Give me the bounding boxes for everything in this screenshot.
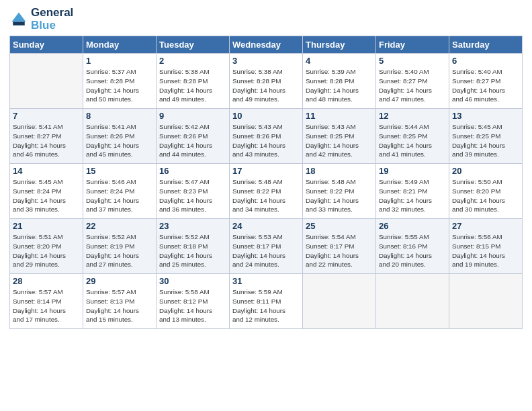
calendar-day: 6Sunrise: 5:40 AM Sunset: 8:27 PM Daylig… <box>449 54 523 109</box>
day-info: Sunrise: 5:53 AM Sunset: 8:17 PM Dayligh… <box>232 232 300 269</box>
day-number: 29 <box>86 276 153 286</box>
day-info: Sunrise: 5:46 AM Sunset: 8:24 PM Dayligh… <box>86 177 153 214</box>
day-number: 7 <box>13 111 80 121</box>
day-number: 8 <box>86 111 153 121</box>
calendar-day: 8Sunrise: 5:41 AM Sunset: 8:26 PM Daylig… <box>83 109 157 164</box>
calendar-header-saturday: Saturday <box>449 36 523 54</box>
day-number: 26 <box>379 221 446 231</box>
day-number: 12 <box>379 111 446 121</box>
day-number: 25 <box>306 221 373 231</box>
calendar-day: 20Sunrise: 5:50 AM Sunset: 8:20 PM Dayli… <box>449 164 523 219</box>
day-info: Sunrise: 5:38 AM Sunset: 8:28 PM Dayligh… <box>159 67 226 104</box>
calendar-day: 11Sunrise: 5:43 AM Sunset: 8:25 PM Dayli… <box>303 109 376 164</box>
day-info: Sunrise: 5:42 AM Sunset: 8:26 PM Dayligh… <box>159 122 226 159</box>
logo: General Blue <box>9 7 73 32</box>
day-info: Sunrise: 5:47 AM Sunset: 8:23 PM Dayligh… <box>159 177 226 214</box>
calendar-day <box>303 274 376 329</box>
calendar-day: 21Sunrise: 5:51 AM Sunset: 8:20 PM Dayli… <box>10 219 83 274</box>
calendar-day: 25Sunrise: 5:54 AM Sunset: 8:17 PM Dayli… <box>303 219 376 274</box>
day-number: 1 <box>86 56 153 66</box>
day-info: Sunrise: 5:38 AM Sunset: 8:28 PM Dayligh… <box>232 67 300 104</box>
calendar-day: 1Sunrise: 5:37 AM Sunset: 8:28 PM Daylig… <box>83 54 157 109</box>
calendar-header-monday: Monday <box>83 36 157 54</box>
day-number: 5 <box>379 56 446 66</box>
day-number: 19 <box>379 166 446 176</box>
day-info: Sunrise: 5:37 AM Sunset: 8:28 PM Dayligh… <box>86 67 153 104</box>
day-info: Sunrise: 5:41 AM Sunset: 8:27 PM Dayligh… <box>13 122 80 159</box>
day-info: Sunrise: 5:49 AM Sunset: 8:21 PM Dayligh… <box>379 177 446 214</box>
day-info: Sunrise: 5:57 AM Sunset: 8:13 PM Dayligh… <box>86 287 153 324</box>
day-number: 10 <box>232 111 300 121</box>
calendar-header-thursday: Thursday <box>303 36 376 54</box>
day-number: 28 <box>13 276 80 286</box>
day-info: Sunrise: 5:45 AM Sunset: 8:24 PM Dayligh… <box>13 177 80 214</box>
day-number: 2 <box>159 56 226 66</box>
calendar: SundayMondayTuesdayWednesdayThursdayFrid… <box>9 36 523 329</box>
day-number: 20 <box>452 166 519 176</box>
calendar-day: 10Sunrise: 5:43 AM Sunset: 8:26 PM Dayli… <box>230 109 303 164</box>
day-info: Sunrise: 5:45 AM Sunset: 8:25 PM Dayligh… <box>452 122 519 159</box>
day-info: Sunrise: 5:44 AM Sunset: 8:25 PM Dayligh… <box>379 122 446 159</box>
calendar-day: 4Sunrise: 5:39 AM Sunset: 8:28 PM Daylig… <box>303 54 376 109</box>
day-number: 15 <box>86 166 153 176</box>
day-info: Sunrise: 5:57 AM Sunset: 8:14 PM Dayligh… <box>13 287 80 324</box>
calendar-day: 27Sunrise: 5:56 AM Sunset: 8:15 PM Dayli… <box>449 219 523 274</box>
calendar-day: 15Sunrise: 5:46 AM Sunset: 8:24 PM Dayli… <box>83 164 157 219</box>
day-number: 27 <box>452 221 519 231</box>
calendar-day: 22Sunrise: 5:52 AM Sunset: 8:19 PM Dayli… <box>83 219 157 274</box>
logo-text: General Blue <box>31 7 73 32</box>
calendar-week-1: 1Sunrise: 5:37 AM Sunset: 8:28 PM Daylig… <box>10 54 523 109</box>
calendar-day: 30Sunrise: 5:58 AM Sunset: 8:12 PM Dayli… <box>157 274 230 329</box>
calendar-header-friday: Friday <box>376 36 449 54</box>
calendar-day: 17Sunrise: 5:48 AM Sunset: 8:22 PM Dayli… <box>230 164 303 219</box>
calendar-week-5: 28Sunrise: 5:57 AM Sunset: 8:14 PM Dayli… <box>10 274 523 329</box>
day-number: 13 <box>452 111 519 121</box>
calendar-day: 7Sunrise: 5:41 AM Sunset: 8:27 PM Daylig… <box>10 109 83 164</box>
day-info: Sunrise: 5:40 AM Sunset: 8:27 PM Dayligh… <box>452 67 519 104</box>
day-info: Sunrise: 5:39 AM Sunset: 8:28 PM Dayligh… <box>306 67 373 104</box>
day-info: Sunrise: 5:48 AM Sunset: 8:22 PM Dayligh… <box>306 177 373 214</box>
calendar-day: 2Sunrise: 5:38 AM Sunset: 8:28 PM Daylig… <box>157 54 230 109</box>
day-info: Sunrise: 5:55 AM Sunset: 8:16 PM Dayligh… <box>379 232 446 269</box>
calendar-day: 29Sunrise: 5:57 AM Sunset: 8:13 PM Dayli… <box>83 274 157 329</box>
day-number: 9 <box>159 111 226 121</box>
day-info: Sunrise: 5:54 AM Sunset: 8:17 PM Dayligh… <box>306 232 373 269</box>
calendar-day: 24Sunrise: 5:53 AM Sunset: 8:17 PM Dayli… <box>230 219 303 274</box>
day-number: 30 <box>159 276 226 286</box>
calendar-day: 23Sunrise: 5:52 AM Sunset: 8:18 PM Dayli… <box>157 219 230 274</box>
day-info: Sunrise: 5:48 AM Sunset: 8:22 PM Dayligh… <box>232 177 300 214</box>
calendar-day: 5Sunrise: 5:40 AM Sunset: 8:27 PM Daylig… <box>376 54 449 109</box>
day-number: 6 <box>452 56 519 66</box>
day-number: 22 <box>86 221 153 231</box>
day-info: Sunrise: 5:58 AM Sunset: 8:12 PM Dayligh… <box>159 287 226 324</box>
day-number: 4 <box>306 56 373 66</box>
day-number: 31 <box>232 276 300 286</box>
calendar-week-3: 14Sunrise: 5:45 AM Sunset: 8:24 PM Dayli… <box>10 164 523 219</box>
calendar-day: 3Sunrise: 5:38 AM Sunset: 8:28 PM Daylig… <box>230 54 303 109</box>
day-number: 17 <box>232 166 300 176</box>
day-info: Sunrise: 5:43 AM Sunset: 8:26 PM Dayligh… <box>232 122 300 159</box>
calendar-week-4: 21Sunrise: 5:51 AM Sunset: 8:20 PM Dayli… <box>10 219 523 274</box>
calendar-week-2: 7Sunrise: 5:41 AM Sunset: 8:27 PM Daylig… <box>10 109 523 164</box>
day-info: Sunrise: 5:40 AM Sunset: 8:27 PM Dayligh… <box>379 67 446 104</box>
day-info: Sunrise: 5:43 AM Sunset: 8:25 PM Dayligh… <box>306 122 373 159</box>
page-container: General Blue SundayMondayTuesdayWednesda… <box>0 0 532 334</box>
calendar-day: 13Sunrise: 5:45 AM Sunset: 8:25 PM Dayli… <box>449 109 523 164</box>
calendar-day: 9Sunrise: 5:42 AM Sunset: 8:26 PM Daylig… <box>157 109 230 164</box>
calendar-day: 19Sunrise: 5:49 AM Sunset: 8:21 PM Dayli… <box>376 164 449 219</box>
calendar-day: 12Sunrise: 5:44 AM Sunset: 8:25 PM Dayli… <box>376 109 449 164</box>
calendar-day <box>10 54 83 109</box>
day-number: 14 <box>13 166 80 176</box>
calendar-header-tuesday: Tuesday <box>157 36 230 54</box>
day-number: 16 <box>159 166 226 176</box>
day-number: 21 <box>13 221 80 231</box>
day-info: Sunrise: 5:56 AM Sunset: 8:15 PM Dayligh… <box>452 232 519 269</box>
day-number: 3 <box>232 56 300 66</box>
day-number: 23 <box>159 221 226 231</box>
day-info: Sunrise: 5:50 AM Sunset: 8:20 PM Dayligh… <box>452 177 519 214</box>
calendar-header-sunday: Sunday <box>10 36 83 54</box>
calendar-day <box>376 274 449 329</box>
calendar-header-wednesday: Wednesday <box>230 36 303 54</box>
day-info: Sunrise: 5:41 AM Sunset: 8:26 PM Dayligh… <box>86 122 153 159</box>
svg-marker-0 <box>12 12 26 21</box>
